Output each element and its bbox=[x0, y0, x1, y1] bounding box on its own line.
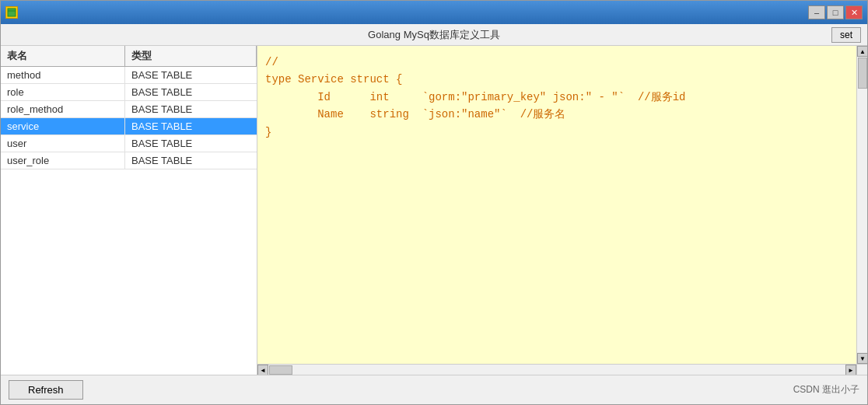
code-line: type Service struct { bbox=[265, 71, 849, 88]
code-line: Name string `json:"name"` //服务名 bbox=[265, 106, 849, 123]
horizontal-scrollbar[interactable]: ◄ ► bbox=[257, 364, 856, 375]
refresh-button[interactable]: Refresh bbox=[9, 380, 83, 400]
scrollbar-corner bbox=[856, 364, 867, 375]
bottom-bar: Refresh CSDN 逛出小子 bbox=[1, 375, 867, 404]
table-body: method BASE TABLE role BASE TABLE role_m… bbox=[1, 67, 257, 375]
h-scroll-track bbox=[268, 365, 845, 375]
scroll-down-button[interactable]: ▼ bbox=[857, 353, 867, 364]
minimize-button[interactable]: – bbox=[808, 5, 825, 19]
cell-name: service bbox=[1, 118, 125, 134]
set-button[interactable]: set bbox=[831, 27, 861, 43]
table-row[interactable]: user_role BASE TABLE bbox=[1, 152, 257, 169]
main-content: 表名 类型 method BASE TABLE role BASE TABLE … bbox=[1, 46, 867, 375]
cell-name: method bbox=[1, 67, 125, 83]
column-header-name: 表名 bbox=[1, 46, 125, 66]
code-line: } bbox=[265, 124, 849, 141]
scroll-right-button[interactable]: ► bbox=[845, 365, 856, 375]
cell-name: user bbox=[1, 135, 125, 152]
cell-type: BASE TABLE bbox=[125, 101, 257, 117]
cell-name: user_role bbox=[1, 152, 125, 169]
restore-button[interactable]: □ bbox=[827, 5, 844, 19]
window-controls: – □ ✕ bbox=[808, 5, 863, 19]
table-row[interactable]: user BASE TABLE bbox=[1, 135, 257, 152]
app-icon bbox=[5, 6, 18, 19]
title-bar-left bbox=[5, 6, 18, 19]
table-row[interactable]: role BASE TABLE bbox=[1, 84, 257, 101]
watermark-text: CSDN 逛出小子 bbox=[793, 383, 859, 396]
menu-bar: Golang MySq数据库定义工具 set bbox=[1, 24, 867, 46]
app-title: Golang MySq数据库定义工具 bbox=[368, 28, 500, 42]
table-header: 表名 类型 bbox=[1, 46, 257, 67]
scroll-track bbox=[857, 57, 867, 353]
left-panel: 表名 类型 method BASE TABLE role BASE TABLE … bbox=[1, 46, 257, 375]
code-editor[interactable]: // type Service struct { Id int `gorm:"p… bbox=[257, 46, 856, 364]
table-row[interactable]: method BASE TABLE bbox=[1, 67, 257, 84]
column-header-type: 类型 bbox=[125, 46, 257, 66]
h-scroll-thumb[interactable] bbox=[269, 365, 292, 375]
cell-type: BASE TABLE bbox=[125, 152, 257, 169]
close-button[interactable]: ✕ bbox=[845, 5, 863, 19]
scroll-up-button[interactable]: ▲ bbox=[857, 46, 867, 57]
cell-type: BASE TABLE bbox=[125, 67, 257, 83]
cell-name: role bbox=[1, 84, 125, 100]
cell-type: BASE TABLE bbox=[125, 135, 257, 152]
cell-type: BASE TABLE bbox=[125, 84, 257, 100]
cell-name: role_method bbox=[1, 101, 125, 117]
table-row-selected[interactable]: service BASE TABLE bbox=[1, 118, 257, 135]
code-line: Id int `gorm:"primary_key" json:" - "` /… bbox=[265, 89, 849, 106]
svg-rect-0 bbox=[8, 9, 16, 16]
scroll-thumb[interactable] bbox=[858, 58, 867, 89]
vertical-scrollbar[interactable]: ▲ ▼ bbox=[856, 46, 867, 364]
main-window: – □ ✕ Golang MySq数据库定义工具 set 表名 类型 metho… bbox=[0, 0, 868, 405]
title-bar: – □ ✕ bbox=[1, 1, 867, 24]
table-row[interactable]: role_method BASE TABLE bbox=[1, 101, 257, 118]
right-panel: ▲ ▼ // type Service struct { Id int `gor… bbox=[257, 46, 867, 375]
scroll-left-button[interactable]: ◄ bbox=[257, 365, 268, 375]
code-line: // bbox=[265, 54, 849, 71]
cell-type: BASE TABLE bbox=[125, 118, 257, 134]
